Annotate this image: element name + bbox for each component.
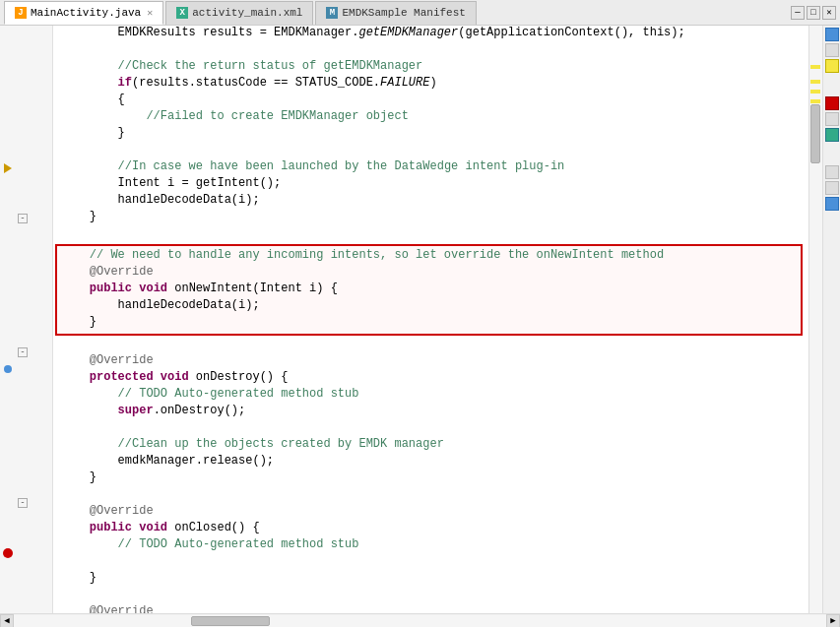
java-icon: J xyxy=(15,7,27,19)
gutter-line-25 xyxy=(16,427,52,444)
gutter-line-8 xyxy=(16,143,52,159)
marker-31 xyxy=(0,528,16,544)
sidebar-btn-5[interactable] xyxy=(825,112,839,126)
gutter-line-18 xyxy=(16,310,52,327)
code-line-15: @Override xyxy=(61,265,797,282)
scroll-right-button[interactable]: ▶ xyxy=(826,614,840,628)
code-line-21: protected void onDestroy() { xyxy=(53,370,808,387)
line-text: //Clean up the objects created by EMDK m… xyxy=(61,437,444,451)
line-text: super.onDestroy(); xyxy=(61,404,245,417)
code-line-26: emdkManager.release(); xyxy=(53,454,808,470)
marker-23 xyxy=(0,394,16,410)
gutter-line-11 xyxy=(16,193,52,210)
code-line-34 xyxy=(53,588,808,604)
sidebar-btn-3[interactable] xyxy=(825,59,839,73)
minimize-button[interactable]: ─ xyxy=(791,6,805,20)
marker-27 xyxy=(0,461,16,477)
code-line-28 xyxy=(53,487,808,504)
marker-1 xyxy=(0,26,16,42)
code-line-8 xyxy=(53,143,808,159)
h-scroll-thumb[interactable] xyxy=(191,616,270,626)
gutter-line-16 xyxy=(16,277,52,293)
sidebar-btn-4[interactable] xyxy=(825,96,839,110)
line-text: } xyxy=(61,210,97,223)
code-line-12: } xyxy=(53,210,808,226)
code-editor[interactable]: EMDKResults results = EMDKManager.getEMD… xyxy=(53,26,808,613)
gutter-line-3 xyxy=(16,59,52,76)
marker-19 xyxy=(0,327,16,344)
gutter-line-21 xyxy=(16,360,52,377)
sidebar-btn-6[interactable] xyxy=(825,128,839,142)
sidebar-btn-8[interactable] xyxy=(825,181,839,195)
vertical-scrollbar[interactable] xyxy=(808,26,822,613)
scroll-thumb[interactable] xyxy=(810,104,820,163)
marker-11 xyxy=(0,193,16,210)
code-line-23: super.onDestroy(); xyxy=(53,404,808,420)
tab-activity-xml[interactable]: X activity_main.xml xyxy=(165,1,313,25)
line-text: // TODO Auto-generated method stub xyxy=(61,537,358,551)
sidebar-btn-2[interactable] xyxy=(825,43,839,57)
line-text: } xyxy=(61,315,97,329)
gutter-line-7 xyxy=(16,126,52,143)
sidebar-btn-1[interactable] xyxy=(825,28,839,41)
tab-mainactivity-label: MainActivity.java xyxy=(31,7,141,19)
gutter-line-6 xyxy=(16,109,52,126)
line-text: //In case we have been launched by the D… xyxy=(61,159,564,173)
code-line-35: @Override xyxy=(53,604,808,613)
code-line-7: } xyxy=(53,126,808,143)
sidebar-btn-7[interactable] xyxy=(825,165,839,179)
code-line-29: @Override xyxy=(53,504,808,521)
code-line-6: //Failed to create EMDKManager object xyxy=(53,109,808,126)
tab-close-icon[interactable]: ✕ xyxy=(147,7,153,19)
marker-21 xyxy=(0,360,16,377)
gutter-line-14 xyxy=(16,243,52,260)
fold-marker-29[interactable]: - xyxy=(18,498,28,508)
marker-12 xyxy=(0,210,16,226)
code-line-31: // TODO Auto-generated method stub xyxy=(53,537,808,554)
line-text: //Failed to create EMDKManager object xyxy=(61,109,409,123)
gutter-line-31 xyxy=(16,528,52,544)
code-line-5: { xyxy=(53,93,808,109)
close-button[interactable]: ✕ xyxy=(822,6,836,20)
code-line-16: public void onNewIntent(Intent i) { xyxy=(61,282,797,298)
marker-9 xyxy=(0,159,16,176)
tab-mainactivity[interactable]: J MainActivity.java ✕ xyxy=(4,1,163,25)
tab-manifest[interactable]: M EMDKSample Manifest xyxy=(315,1,476,25)
gutter-line-13 xyxy=(16,226,52,243)
right-sidebar xyxy=(822,26,840,613)
main-area: - - - xyxy=(0,26,840,613)
marker-6 xyxy=(0,109,16,126)
marker-20 xyxy=(0,344,16,360)
sidebar-btn-9[interactable] xyxy=(825,197,839,211)
marker-15 xyxy=(0,260,16,277)
gutter-line-19 xyxy=(16,327,52,344)
fold-marker-20[interactable]: - xyxy=(18,347,28,357)
line-text: // TODO Auto-generated method stub xyxy=(61,387,358,401)
line-text: @Override xyxy=(61,604,154,613)
line-text: public void onNewIntent(Intent i) { xyxy=(61,282,338,295)
gutter-line-2 xyxy=(16,42,52,59)
arrow-marker xyxy=(4,163,12,173)
gutter-line-32 xyxy=(16,544,52,561)
marker-22 xyxy=(0,377,16,394)
ide-window: J MainActivity.java ✕ X activity_main.xm… xyxy=(0,0,840,627)
marker-13 xyxy=(0,226,16,243)
scroll-marker-yellow4 xyxy=(810,99,820,103)
code-content: EMDKResults results = EMDKManager.getEMD… xyxy=(53,26,808,613)
scroll-marker-yellow3 xyxy=(810,90,820,94)
h-scroll-track[interactable] xyxy=(14,615,826,627)
gutter-line-23 xyxy=(16,394,52,410)
line-text: // We need to handle any incoming intent… xyxy=(61,248,664,262)
line-text: protected void onDestroy() { xyxy=(61,370,288,384)
tab-activity-xml-label: activity_main.xml xyxy=(192,7,302,19)
manifest-icon: M xyxy=(326,7,338,19)
bottom-scrollbar[interactable]: ◀ ▶ xyxy=(0,613,840,627)
gutter-line-24 xyxy=(16,410,52,427)
gutter-line-22 xyxy=(16,377,52,394)
line-text: EMDKResults results = EMDKManager.getEMD… xyxy=(61,26,685,39)
code-line-11: handleDecodeData(i); xyxy=(53,193,808,210)
scroll-left-button[interactable]: ◀ xyxy=(0,614,14,628)
maximize-button[interactable]: □ xyxy=(807,6,820,20)
code-line-22: // TODO Auto-generated method stub xyxy=(53,387,808,404)
fold-marker-12[interactable]: - xyxy=(18,214,28,223)
